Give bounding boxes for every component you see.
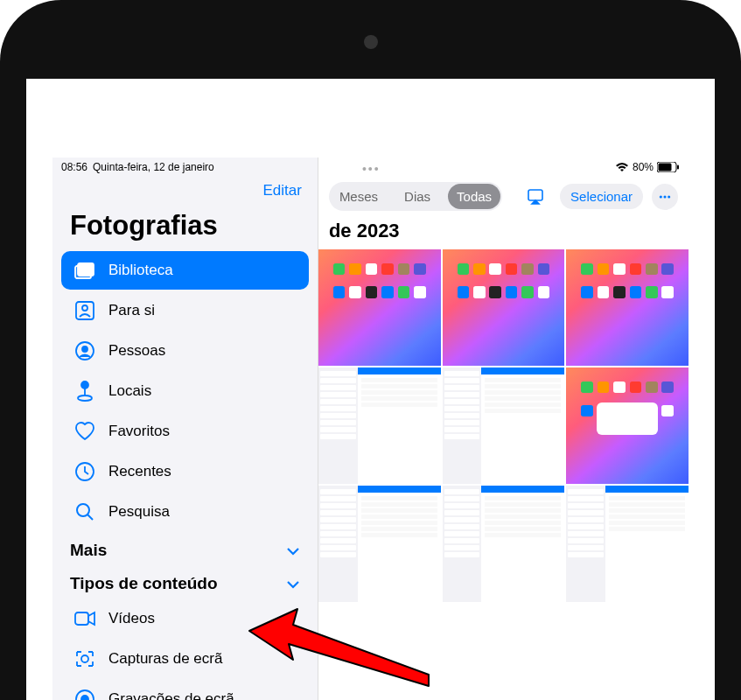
status-date: Quinta-feira, 12 de janeiro bbox=[93, 161, 214, 173]
svg-point-17 bbox=[81, 655, 88, 662]
status-time: 08:56 bbox=[61, 161, 87, 173]
svg-point-10 bbox=[81, 382, 88, 388]
section-mais[interactable]: Mais bbox=[52, 532, 318, 565]
svg-rect-1 bbox=[659, 164, 672, 172]
search-icon bbox=[73, 500, 96, 523]
segment-dias[interactable]: Dias bbox=[395, 184, 439, 209]
photo-thumbnail[interactable] bbox=[318, 368, 441, 484]
sidebar-item-label: Favoritos bbox=[108, 423, 170, 440]
photo-thumbnail[interactable] bbox=[566, 368, 689, 484]
sidebar-item-label: Gravações de ecrã bbox=[108, 690, 234, 700]
photo-thumbnail[interactable] bbox=[443, 486, 565, 602]
svg-point-19 bbox=[81, 696, 88, 700]
photo-thumbnail[interactable] bbox=[443, 368, 565, 484]
places-icon bbox=[73, 380, 96, 402]
sidebar-item-recents[interactable]: Recentes bbox=[61, 452, 309, 491]
sidebar-item-label: Para si bbox=[108, 302, 155, 319]
svg-line-15 bbox=[87, 514, 93, 520]
svg-point-7 bbox=[82, 305, 87, 311]
svg-rect-16 bbox=[75, 612, 88, 625]
svg-point-23 bbox=[668, 195, 670, 198]
section-label: Tipos de conteúdo bbox=[70, 574, 218, 593]
sidebar-item-places[interactable]: Locais bbox=[61, 372, 309, 410]
chevron-down-icon bbox=[286, 574, 300, 593]
more-button[interactable] bbox=[652, 184, 678, 210]
sidebar-item-videos[interactable]: Vídeos bbox=[61, 599, 309, 638]
clock-icon bbox=[73, 460, 96, 483]
sidebar-item-label: Pessoas bbox=[108, 342, 165, 360]
video-icon bbox=[73, 607, 96, 630]
sidebar-item-label: Vídeos bbox=[108, 610, 155, 627]
section-tipos[interactable]: Tipos de conteúdo bbox=[52, 565, 318, 598]
status-battery-percent: 80% bbox=[633, 161, 654, 173]
sidebar-item-search[interactable]: Pesquisa bbox=[61, 493, 309, 531]
device-camera bbox=[364, 35, 378, 49]
svg-point-5 bbox=[81, 267, 84, 270]
sidebar-item-label: Recentes bbox=[108, 463, 171, 480]
photo-thumbnail[interactable] bbox=[566, 249, 689, 366]
svg-rect-20 bbox=[528, 190, 542, 200]
sidebar-item-for-you[interactable]: Para si bbox=[61, 291, 309, 330]
segment-todas[interactable]: Todas bbox=[448, 184, 500, 209]
sidebar-title: Fotografias bbox=[52, 200, 318, 250]
section-label: Mais bbox=[70, 541, 107, 560]
status-bar: 08:56 Quinta-feira, 12 de janeiro 80% bbox=[52, 158, 689, 177]
sidebar-item-people[interactable]: Pessoas bbox=[61, 332, 309, 370]
sidebar-item-screenshots[interactable]: Capturas de ecrã bbox=[61, 640, 309, 678]
svg-point-22 bbox=[663, 195, 666, 198]
photo-thumbnail[interactable] bbox=[566, 486, 689, 602]
device-frame: 08:56 Quinta-feira, 12 de janeiro 80% Ed… bbox=[0, 0, 741, 700]
sidebar-item-label: Pesquisa bbox=[108, 503, 170, 521]
view-segmented-control: Meses Dias Todas bbox=[329, 182, 502, 211]
wifi-icon bbox=[615, 162, 629, 172]
sidebar: Editar Fotografias Biblioteca Para si bbox=[52, 158, 318, 700]
photo-thumbnail[interactable] bbox=[318, 249, 441, 366]
people-icon bbox=[73, 340, 96, 362]
cast-button[interactable] bbox=[520, 186, 551, 208]
sidebar-item-library[interactable]: Biblioteca bbox=[61, 251, 309, 290]
content-area: ••• Meses Dias Todas Selecionar de 2023 bbox=[318, 158, 689, 700]
library-icon bbox=[73, 259, 96, 282]
svg-point-9 bbox=[82, 346, 87, 352]
sidebar-item-label: Locais bbox=[108, 382, 151, 400]
sidebar-item-favorites[interactable]: Favoritos bbox=[61, 412, 309, 451]
photo-thumbnail[interactable] bbox=[318, 486, 441, 602]
svg-point-12 bbox=[78, 396, 92, 401]
content-toolbar: Meses Dias Todas Selecionar bbox=[318, 177, 689, 220]
sidebar-item-screen-recordings[interactable]: Gravações de ecrã bbox=[61, 680, 309, 700]
edit-button[interactable]: Editar bbox=[262, 182, 301, 200]
battery-icon bbox=[657, 162, 680, 172]
chevron-down-icon bbox=[286, 541, 300, 560]
for-you-icon bbox=[73, 299, 96, 322]
photo-thumbnail[interactable] bbox=[443, 249, 565, 366]
sidebar-item-label: Biblioteca bbox=[108, 262, 173, 279]
content-title: de 2023 bbox=[318, 220, 689, 249]
svg-point-14 bbox=[77, 504, 89, 516]
screenshot-icon bbox=[73, 648, 96, 670]
heart-icon bbox=[73, 420, 96, 443]
svg-rect-2 bbox=[677, 165, 679, 170]
select-button[interactable]: Selecionar bbox=[560, 184, 643, 209]
screen-recording-icon bbox=[73, 688, 96, 700]
segment-meses[interactable]: Meses bbox=[331, 184, 387, 209]
svg-point-21 bbox=[660, 195, 662, 198]
sidebar-item-label: Capturas de ecrã bbox=[108, 650, 222, 668]
photo-grid bbox=[318, 249, 689, 602]
